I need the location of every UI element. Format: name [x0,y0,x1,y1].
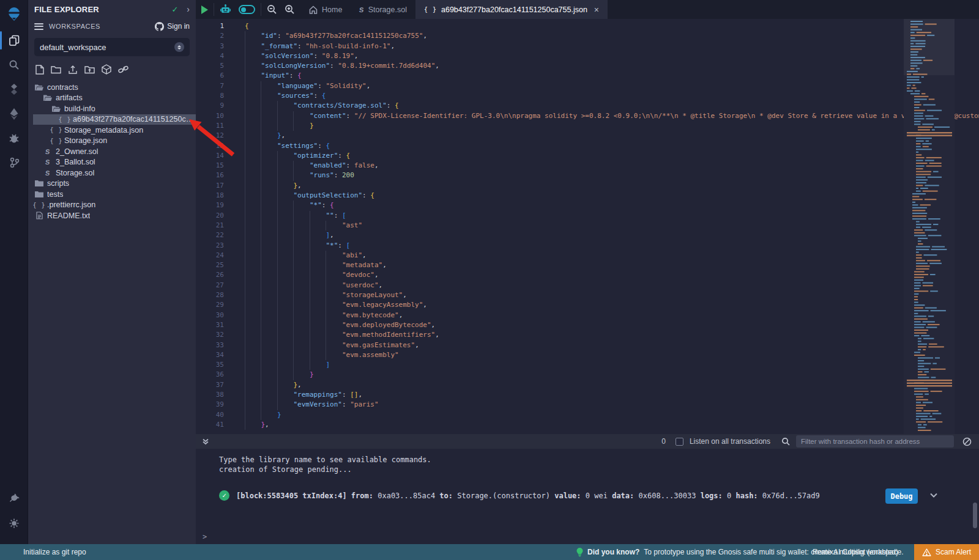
tree-item-label: 2_Owner.sol [56,147,98,156]
tree-item-scripts[interactable]: scripts [28,179,196,190]
json-icon: { } [34,202,44,208]
zoom-in-icon[interactable] [285,4,295,15]
solidity-compiler-icon[interactable] [0,77,28,101]
upload-file-icon[interactable] [68,65,78,75]
close-tab-icon[interactable]: × [594,5,599,15]
upload-folder-icon[interactable] [84,65,95,74]
sign-in-label: Sign in [167,22,190,31]
tree-item-artifacts[interactable]: artifacts [28,93,196,104]
cube-icon[interactable] [102,64,111,75]
code-content[interactable]: {"id": "a69b43f277ba20fcac141151250ca755… [234,19,979,434]
tree-item--prettierrc-json[interactable]: { }.prettierrc.json [28,200,196,211]
copilot-status[interactable]: RemixAI Copilot (enabled) [813,548,898,556]
debug-button[interactable]: Debug [885,488,918,504]
tx-expand-chevron-icon[interactable] [929,490,939,503]
remix-logo-icon[interactable] [0,0,28,28]
code-line: "devdoc", [245,270,979,280]
chevron-right-icon[interactable]: › [187,4,190,14]
debugger-icon[interactable] [0,126,28,150]
new-file-icon[interactable] [35,65,44,75]
tab-home[interactable]: Home [300,0,351,19]
transaction-filter-input[interactable] [796,435,954,448]
terminal-header: 0 Listen on all transactions [196,434,979,449]
folder-open-icon [43,94,53,101]
json-icon: { } [51,138,61,144]
clear-console-icon[interactable] [962,437,972,446]
search-icon[interactable] [0,53,28,77]
workspaces-label: WORKSPACES [49,23,155,30]
check-icon: ✓ [171,5,178,14]
tree-item-readme-txt[interactable]: README.txt [28,210,196,221]
deploy-run-icon[interactable] [0,101,28,126]
json-icon: { } [60,116,70,123]
tree-item-label: Storage.json [64,136,107,145]
panel-title: FILE EXPLORER [34,5,171,14]
tree-item-3-ballot-sol[interactable]: S3_Ballot.sol [28,157,196,168]
new-folder-icon[interactable] [51,65,61,74]
ai-copilot-robot-icon[interactable] [220,4,231,15]
tree-item-2-owner-sol[interactable]: S2_Owner.sol [28,146,196,157]
workspace-select[interactable]: default_workspace [34,38,190,56]
line-number: 27 [196,281,224,290]
tab-label: Home [322,6,342,14]
line-number: 7 [196,81,224,91]
zoom-out-icon[interactable] [267,4,277,15]
tree-item-storage-sol[interactable]: SStorage.sol [28,168,196,179]
line-number: 16 [196,171,224,180]
plugin-manager-icon[interactable] [0,487,28,511]
code-line: "evm.gasEstimates", [245,341,979,350]
code-line: ] [245,360,979,370]
listen-all-checkbox[interactable] [676,438,683,446]
file-explorer-icon[interactable] [0,28,28,53]
code-line: "metadata", [245,260,979,270]
sol-icon: S [43,148,53,155]
tree-item-build-info[interactable]: build-info [28,103,196,114]
listen-all-label: Listen on all transactions [690,437,770,446]
lightbulb-icon [576,548,583,557]
code-editor[interactable]: 1234567891011121314151617181920212223242… [196,19,979,434]
line-number: 25 [196,260,224,270]
run-script-play-button[interactable] [201,6,208,14]
tab-build-info-json[interactable]: { } a69b43f277ba20fcac141151250ca755.jso… [415,0,608,19]
settings-gear-icon[interactable] [0,511,28,536]
minimap[interactable] [904,19,955,434]
scam-alert-badge[interactable]: Scam Alert [914,544,979,560]
tx-success-icon: ✓ [219,490,229,501]
workspaces-menu-icon[interactable] [34,21,43,31]
line-number: 21 [196,221,224,230]
terminal-scrollbar[interactable] [973,503,977,528]
json-icon: { } [51,127,61,133]
minimap-slider[interactable] [904,19,955,75]
code-line: }, [245,380,979,390]
scam-alert-label: Scam Alert [936,548,971,556]
remix-ide-window: FILE EXPLORER ✓ › WORKSPACES Sign in def… [0,0,979,560]
code-line: "settings": { [245,141,979,151]
tree-item-tests[interactable]: tests [28,189,196,200]
code-line: "abi", [245,251,979,260]
line-number: 3 [196,42,224,51]
tree-item-contracts[interactable]: contracts [28,82,196,93]
home-icon [309,6,318,14]
tab-storage-sol[interactable]: S Storage.sol [351,0,415,19]
sign-in-button[interactable]: Sign in [155,22,190,31]
git-init-status[interactable]: Initialize as git repo [0,548,86,556]
tree-item-storage-metadata-json[interactable]: { }Storage_metadata.json [28,125,196,136]
code-line: "": [ [245,211,979,221]
code-line: "storageLayout", [245,290,979,300]
terminal-output[interactable]: Type the library name to see available c… [196,449,979,544]
minimap-canvas [904,19,955,434]
tree-item-storage-json[interactable]: { }Storage.json [28,136,196,147]
workspace-name: default_workspace [40,43,174,52]
git-icon[interactable] [0,150,28,175]
terminal-expand-icon[interactable] [202,438,209,445]
code-line: "evm.bytecode", [245,311,979,320]
line-number: 33 [196,341,224,350]
copilot-toggle[interactable] [239,5,255,14]
code-line: "remappings": [], [245,390,979,400]
line-number-gutter: 1234567891011121314151617181920212223242… [196,19,234,434]
workspaces-row: WORKSPACES Sign in [28,18,196,34]
link-icon[interactable] [118,65,128,74]
code-line: } [245,121,979,131]
transaction-log-row[interactable]: ✓ [block:5583405 txIndex:4] from: 0xa03.… [219,490,979,501]
tree-item-label: contracts [47,83,78,92]
